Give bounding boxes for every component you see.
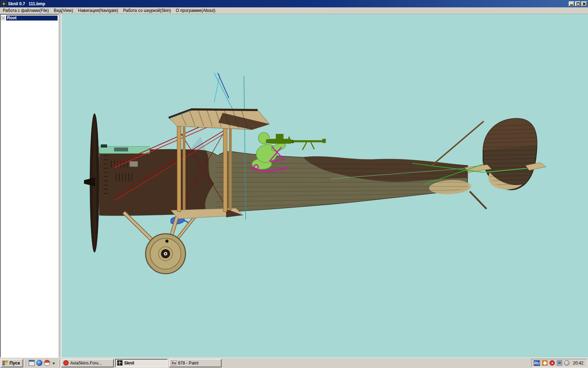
close-button[interactable] xyxy=(581,1,587,6)
close-icon xyxy=(582,2,587,6)
start-label: Пуск xyxy=(9,360,20,366)
quicklaunch-overflow-chevron[interactable]: » xyxy=(52,361,56,366)
tree-root-row[interactable]: + Root xyxy=(1,15,58,21)
language-indicator[interactable]: RU xyxy=(534,360,540,366)
task-button-sknil[interactable]: Sknil xyxy=(115,359,168,367)
fuselage-panel xyxy=(130,161,138,167)
show-desktop-icon[interactable] xyxy=(29,360,35,366)
biplane-3d-model[interactable] xyxy=(62,14,588,357)
menu-skin[interactable]: Работа со шкуркой(Skin) xyxy=(121,8,174,14)
menu-navigate[interactable]: Навигация(Navigate) xyxy=(76,8,121,14)
maximize-button[interactable] xyxy=(575,1,581,6)
tail-skid xyxy=(470,191,486,209)
menu-bar: Работа с файлами(File) Вид(View) Навигац… xyxy=(0,7,588,14)
task-label: 678 - Paint xyxy=(178,361,198,366)
propeller xyxy=(84,114,99,252)
title-bar: Sknil 0.7 111.bmp xyxy=(0,0,588,7)
paint-app-icon xyxy=(171,360,176,366)
menu-about[interactable]: О программе(About) xyxy=(173,8,218,14)
taskbar-divider xyxy=(58,359,59,367)
top-wing xyxy=(169,109,270,130)
wheel xyxy=(146,234,186,274)
volume-tray-icon[interactable] xyxy=(564,360,569,366)
red-round-tray-icon[interactable] xyxy=(550,360,555,366)
orange-app-tray-icon[interactable] xyxy=(542,360,547,366)
maximize-icon xyxy=(576,2,580,5)
task-button-paint[interactable]: 678 - Paint xyxy=(169,359,222,367)
tree-expander-icon[interactable]: + xyxy=(1,16,5,20)
browser-globe-icon[interactable] xyxy=(36,360,42,366)
content-area: + Root xyxy=(0,14,588,357)
window-title: Sknil 0.7 111.bmp xyxy=(8,0,567,7)
panel-splitter[interactable] xyxy=(59,14,62,357)
display-tray-icon[interactable] xyxy=(557,360,562,366)
task-button-aviaskins[interactable]: AviaSkins.Foru... xyxy=(61,359,114,367)
fuselage xyxy=(99,149,471,216)
tree-panel: + Root xyxy=(0,14,59,357)
quick-launch-bar: » xyxy=(28,360,57,366)
model-viewport[interactable] xyxy=(62,14,588,357)
taskbar-clock[interactable]: 20:42 xyxy=(572,361,583,366)
task-label: Sknil xyxy=(124,361,134,366)
tail-brace xyxy=(432,121,484,165)
sknil-app-icon xyxy=(117,360,122,366)
app-window: Sknil 0.7 111.bmp Работа с файлами(File)… xyxy=(0,0,588,357)
red-app-icon[interactable] xyxy=(44,360,50,366)
windows-logo-icon xyxy=(2,360,8,366)
menu-view[interactable]: Вид(View) xyxy=(51,8,76,14)
start-button[interactable]: Пуск xyxy=(1,359,23,367)
taskbar-divider xyxy=(25,359,26,367)
minimize-icon xyxy=(570,5,573,5)
menu-file[interactable]: Работа с файлами(File) xyxy=(0,8,51,14)
os-taskbar: Пуск » AviaSkins.Foru... Sknil 678 - Pai… xyxy=(0,357,588,368)
app-icon xyxy=(1,1,7,7)
minimize-button[interactable] xyxy=(569,1,574,6)
system-tray: RU 20:42 xyxy=(531,359,587,367)
task-label: AviaSkins.Foru... xyxy=(70,361,102,366)
opera-browser-icon xyxy=(63,360,69,366)
tree-root-label[interactable]: Root xyxy=(6,15,58,21)
